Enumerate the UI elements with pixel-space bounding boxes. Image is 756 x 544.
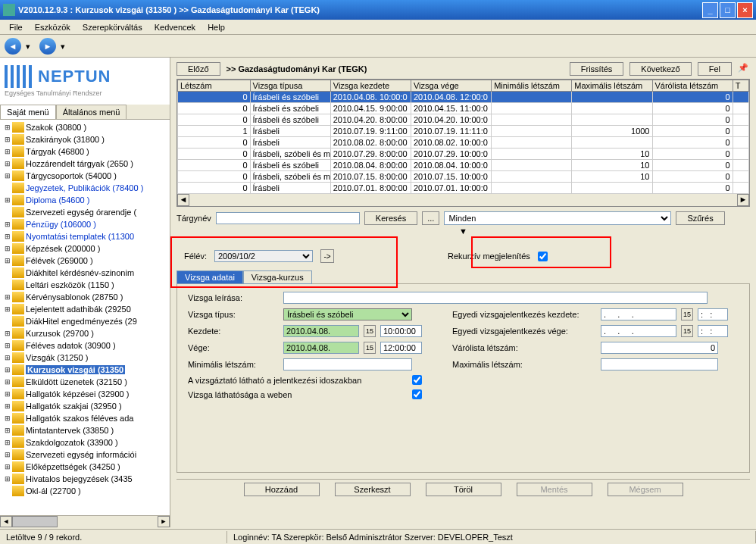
tree-item[interactable]: ⊞Lejelentett adathibák (29250 — [2, 303, 168, 315]
tree-item[interactable]: ⊞Hallgatók szakjai (32950 ) — [2, 400, 168, 412]
waitlist-input[interactable] — [601, 342, 718, 354]
tree-item[interactable]: ⊞Félévek (269000 ) — [2, 255, 168, 267]
tree-item[interactable]: ⊞Hallgatók képzései (32900 ) — [2, 388, 168, 400]
start-date-input[interactable] — [283, 325, 359, 337]
tab-exam-data[interactable]: Vizsga adatai — [177, 270, 243, 284]
tree-item[interactable]: Jegyzetek, Publikációk (78400 ) — [2, 182, 168, 194]
nav-forward-dropdown[interactable]: ▾ — [61, 42, 70, 51]
table-row[interactable]: 0Írásbeli, szóbeli és m2010.07.29. 8:00:… — [178, 149, 749, 160]
tab-exam-course[interactable]: Vizsga-kurzus — [243, 270, 312, 284]
table-row[interactable]: 0Írásbeli és szóbeli2010.04.08. 10:00:02… — [178, 92, 749, 103]
menu-favorites[interactable]: Kedvencek — [148, 21, 201, 33]
up-button[interactable]: Fel — [698, 62, 732, 76]
indiv-start-time[interactable] — [698, 308, 728, 320]
grid-header[interactable]: Létszám — [178, 80, 251, 92]
calendar-icon[interactable]: 15 — [364, 325, 376, 337]
type-select[interactable]: Írásbeli és szóbeli — [283, 308, 412, 320]
tree-item[interactable]: ⊞Elküldött üzenetek (32150 ) — [2, 376, 168, 388]
tree-item[interactable]: ⊞Vizsgák (31250 ) — [2, 352, 168, 364]
next-button[interactable]: Következő — [629, 62, 691, 76]
grid-header[interactable]: Vizsga vége — [411, 80, 491, 92]
menu-help[interactable]: Help — [201, 21, 231, 33]
nav-tree[interactable]: ⊞Szakok (30800 )⊞Szakirányok (31800 )⊞Tá… — [0, 120, 170, 515]
pin-icon[interactable]: 📌 — [738, 63, 750, 75]
semester-select[interactable]: 2009/10/2 — [214, 250, 313, 262]
table-row[interactable]: 0Írásbeli és szóbeli2010.04.20. 8:00:002… — [178, 114, 749, 126]
tree-item[interactable]: ⊞Szakok (30800 ) — [2, 121, 168, 133]
desc-input[interactable] — [283, 292, 708, 304]
tree-item[interactable]: Diákhitel kérdésnév-szinonim — [2, 267, 168, 279]
nav-forward-button[interactable]: ► — [39, 38, 56, 55]
calendar-icon[interactable]: 15 — [681, 325, 693, 337]
delete-button[interactable]: Töröl — [426, 483, 501, 496]
tree-item[interactable]: ⊞Diploma (54600 ) — [2, 194, 168, 206]
search-more-button[interactable]: ... — [422, 211, 439, 225]
grid-header[interactable]: Maximális létszám — [572, 80, 652, 92]
tree-item[interactable]: DiákHitel engedményezés (29 — [2, 315, 168, 327]
indiv-start-date[interactable] — [601, 308, 676, 320]
table-row[interactable]: 0Írásbeli2010.07.01. 8:00:002010.07.01. … — [178, 183, 749, 194]
tree-item[interactable]: ⊞Mintatantervek (33850 ) — [2, 424, 168, 436]
tree-item[interactable]: Szervezeti egység órarendje ( — [2, 206, 168, 218]
add-button[interactable]: Hozzáad — [244, 483, 320, 496]
nav-back-dropdown[interactable]: ▾ — [26, 42, 35, 51]
grid-scroll-right[interactable]: ► — [737, 194, 749, 206]
nav-back-button[interactable]: ◄ — [5, 38, 21, 55]
exam-grid[interactable]: LétszámVizsga típusaVizsga kezdeteVizsga… — [177, 79, 750, 207]
grid-h-scrollbar[interactable]: ◄ ► — [177, 194, 749, 206]
close-button[interactable]: × — [737, 2, 753, 18]
grid-scroll-left[interactable]: ◄ — [177, 194, 189, 206]
tree-item[interactable]: ⊞Hallgatók szakos féléves ada — [2, 412, 168, 424]
max-input[interactable] — [601, 358, 718, 370]
tree-h-scrollbar[interactable]: ◄ ► — [0, 515, 170, 527]
web-checkbox[interactable] — [412, 389, 422, 399]
visible-checkbox[interactable] — [412, 375, 422, 385]
grid-header[interactable]: Vizsga típusa — [250, 80, 330, 92]
tree-item[interactable]: ⊞Kurzusok vizsgái (31350 — [2, 364, 168, 376]
tree-item[interactable]: ⊞Kurzusok (29700 ) — [2, 327, 168, 339]
refresh-button[interactable]: Frissítés — [570, 62, 624, 76]
maximize-button[interactable]: □ — [720, 2, 736, 18]
minimize-button[interactable]: _ — [702, 2, 718, 18]
menu-tools[interactable]: Eszközök — [29, 21, 77, 33]
filter-button[interactable]: Szűrés — [676, 211, 724, 225]
menu-roles[interactable]: Szerepkörváltás — [77, 21, 148, 33]
tree-item[interactable]: ⊞Szakdolgozatok (33900 ) — [2, 436, 168, 449]
end-date-input[interactable] — [283, 342, 359, 354]
tree-item[interactable]: ⊞Képzések (200000 ) — [2, 242, 168, 255]
cancel-button[interactable]: Mégsem — [608, 483, 683, 496]
indiv-end-time[interactable] — [698, 325, 728, 337]
tab-own-menu[interactable]: Saját menü — [0, 105, 56, 119]
grid-header[interactable]: Minimális létszám — [492, 80, 572, 92]
grid-header[interactable]: Vizsga kezdete — [330, 80, 411, 92]
indiv-end-date[interactable] — [601, 325, 676, 337]
semester-go-button[interactable]: -> — [320, 249, 334, 263]
collapse-icon[interactable]: ▼ — [459, 227, 467, 236]
table-row[interactable]: 0Írásbeli2010.08.02. 8:00:002010.08.02. … — [178, 137, 749, 149]
grid-header[interactable]: T — [733, 80, 748, 92]
table-row[interactable]: 0Írásbeli és szóbeli2010.04.15. 9:00:002… — [178, 103, 749, 114]
scroll-right-arrow[interactable]: ► — [158, 516, 170, 527]
table-row[interactable]: 0Írásbeli, szóbeli és m2010.07.15. 8:00:… — [178, 171, 749, 183]
calendar-icon[interactable]: 15 — [681, 308, 693, 320]
calendar-icon[interactable]: 15 — [364, 342, 376, 354]
prev-button[interactable]: Előző — [177, 62, 220, 76]
scroll-left-arrow[interactable]: ◄ — [0, 516, 12, 527]
table-row[interactable]: 1Írásbeli2010.07.19. 9:11:002010.07.19. … — [178, 126, 749, 137]
scroll-thumb[interactable] — [12, 516, 58, 527]
tree-item[interactable]: ⊞Tárgyak (46800 ) — [2, 145, 168, 158]
end-time-input[interactable] — [380, 342, 422, 354]
tree-item[interactable]: ⊞Pénzügy (106000 ) — [2, 218, 168, 230]
search-input[interactable] — [216, 212, 360, 224]
search-button[interactable]: Keresés — [364, 211, 417, 225]
tree-item[interactable]: ⊞Hivatalos bejegyzések (3435 — [2, 473, 168, 485]
tab-general-menu[interactable]: Általános menü — [56, 105, 127, 119]
tree-item[interactable]: ⊞Előképzettségek (34250 ) — [2, 461, 168, 473]
save-button[interactable]: Mentés — [517, 483, 592, 496]
start-time-input[interactable] — [380, 325, 422, 337]
tree-item[interactable]: ⊞Hozzárendelt tárgyak (2650 ) — [2, 158, 168, 170]
recursive-checkbox[interactable] — [538, 252, 548, 261]
edit-button[interactable]: Szerkeszt — [335, 483, 411, 496]
table-row[interactable]: 0Írásbeli és szóbeli2010.08.04. 8:00:002… — [178, 160, 749, 171]
grid-header[interactable]: Várólista létszám — [652, 80, 733, 92]
